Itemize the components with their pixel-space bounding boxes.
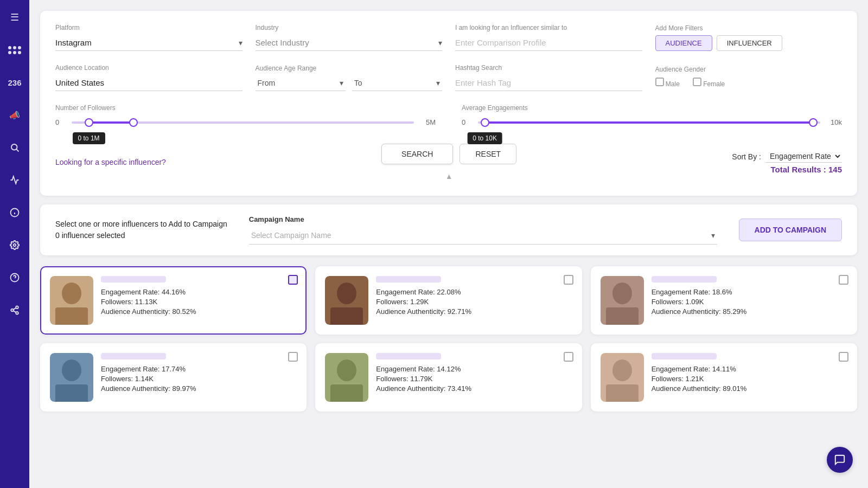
campaign-name-select[interactable]: Select Campaign Name: [249, 227, 717, 245]
engagements-track[interactable]: 0 to 10K: [478, 121, 820, 124]
info-icon[interactable]: [6, 204, 23, 221]
hashtag-input[interactable]: [455, 75, 642, 91]
svg-rect-30: [606, 384, 639, 402]
svg-line-1: [16, 149, 18, 151]
share-icon[interactable]: [6, 301, 23, 319]
influencer-name-blurred: [376, 353, 441, 359]
influencer-checkbox[interactable]: [288, 352, 298, 362]
influencer-info: Engagement Rate: 18.6% Followers: 1.09K …: [652, 276, 847, 317]
platform-select[interactable]: Instagram: [55, 35, 242, 51]
gear-icon[interactable]: [6, 236, 23, 254]
svg-point-0: [11, 144, 17, 150]
influencer-engagement: Engagement Rate: 17.74%: [101, 365, 297, 373]
help-icon[interactable]: [6, 269, 23, 286]
search-button[interactable]: SEARCH: [381, 144, 453, 164]
influencer-checkbox[interactable]: [839, 352, 848, 362]
menu-icon[interactable]: ☰: [6, 9, 23, 26]
results-grid: Engagement Rate: 44.16% Followers: 11.13…: [40, 266, 857, 412]
influencer-card[interactable]: Engagement Rate: 14.11% Followers: 1.21K…: [591, 343, 857, 412]
followers-max-label: 5M: [419, 118, 436, 126]
influencer-name-blurred: [376, 276, 441, 282]
influencer-card[interactable]: Engagement Rate: 18.6% Followers: 1.09K …: [591, 266, 857, 335]
male-checkbox[interactable]: [655, 78, 664, 86]
followers-thumb-right[interactable]: [129, 118, 138, 127]
search-icon[interactable]: [6, 139, 23, 156]
engagements-thumb-left[interactable]: 0 to 10K: [481, 118, 489, 127]
influencer-filter-btn[interactable]: INFLUENCER: [717, 35, 782, 51]
influencer-followers: Followers: 1.21K: [652, 375, 847, 383]
followers-tooltip: 0 to 1M: [73, 132, 105, 144]
influencer-engagement: Engagement Rate: 18.6%: [652, 288, 847, 296]
gender-label: Audience Gender: [655, 66, 843, 73]
influencer-authenticity: Audience Authenticity: 85.29%: [652, 307, 847, 316]
svg-point-5: [14, 244, 16, 247]
svg-point-26: [337, 359, 356, 381]
audience-filter-btn[interactable]: AUDIENCE: [655, 35, 712, 51]
followers-slider-group: Number of Followers 0 0 to 1M 5M: [55, 104, 436, 126]
add-filters-section: Add More Filters AUDIENCE INFLUENCER: [655, 24, 843, 51]
chart-icon[interactable]: [6, 171, 23, 189]
svg-point-8: [16, 306, 18, 309]
campaign-name-section: Campaign Name Select Campaign Name: [249, 215, 717, 245]
influencer-avatar: [50, 353, 93, 402]
influencer-followers: Followers: 11.79K: [376, 375, 572, 383]
gender-filter: Audience Gender Male Female: [655, 66, 843, 91]
influencer-engagement: Engagement Rate: 44.16%: [101, 288, 297, 296]
influencer-engagement: Engagement Rate: 14.12%: [376, 365, 572, 373]
comparison-filter: I am looking for an Influencer similar t…: [455, 24, 642, 51]
svg-rect-24: [55, 384, 88, 402]
chat-bubble[interactable]: [827, 447, 853, 473]
campaign-select-info: Select one or more influencers to Add to…: [55, 219, 227, 241]
influencer-card[interactable]: Engagement Rate: 22.08% Followers: 1.29K…: [315, 266, 582, 335]
industry-filter: Industry Select Industry: [256, 24, 443, 51]
gender-male-option[interactable]: Male: [655, 78, 680, 88]
megaphone-icon[interactable]: 📣: [6, 106, 23, 124]
female-checkbox[interactable]: [693, 78, 701, 86]
reset-button[interactable]: RESET: [459, 144, 516, 164]
sidebar: ☰ 236 📣: [0, 0, 29, 488]
influencer-checkbox[interactable]: [564, 275, 573, 285]
age-range-label: Audience Age Range: [256, 65, 443, 72]
influencer-card[interactable]: Engagement Rate: 17.74% Followers: 1.14K…: [40, 343, 307, 412]
influencer-followers: Followers: 11.13K: [101, 298, 297, 306]
age-from-select[interactable]: From: [256, 75, 346, 91]
influencer-name-blurred: [101, 276, 166, 282]
influencer-name-blurred: [652, 276, 717, 282]
svg-line-11: [13, 311, 16, 312]
total-results: Total Results : 145: [771, 165, 842, 174]
audience-location-label: Audience Location: [55, 64, 242, 72]
influencer-avatar: [325, 353, 368, 402]
influencer-checkbox[interactable]: [839, 275, 848, 285]
platform-label: Platform: [55, 24, 242, 31]
engagements-thumb-right[interactable]: [809, 118, 818, 127]
add-to-campaign-button[interactable]: ADD TO CAMPAIGN: [739, 219, 842, 241]
influencer-authenticity: Audience Authenticity: 89.01%: [652, 384, 847, 393]
followers-track[interactable]: 0 to 1M: [72, 121, 414, 124]
engagements-tooltip: 0 to 10K: [467, 132, 502, 144]
influencer-checkbox[interactable]: [288, 275, 298, 285]
influencer-avatar: [325, 276, 368, 325]
industry-select[interactable]: Select Industry: [256, 35, 443, 51]
influencer-card[interactable]: Engagement Rate: 44.16% Followers: 11.13…: [40, 266, 307, 335]
influencer-authenticity: Audience Authenticity: 80.52%: [101, 307, 297, 316]
comparison-input[interactable]: [455, 35, 642, 51]
gender-female-option[interactable]: Female: [693, 78, 725, 88]
campaign-select-text: Select one or more influencers to Add to…: [55, 219, 227, 230]
dots-icon: [6, 41, 23, 59]
influencer-followers: Followers: 1.09K: [652, 298, 847, 306]
collapse-arrow[interactable]: ▲: [445, 172, 453, 181]
svg-rect-27: [330, 384, 363, 402]
age-to-select[interactable]: To: [352, 75, 442, 91]
age-from-chevron: [340, 79, 343, 87]
svg-point-10: [16, 312, 18, 314]
influencer-authenticity: Audience Authenticity: 92.71%: [376, 307, 572, 316]
main-content: Platform Instagram Industry Select Indus…: [29, 0, 868, 488]
influencer-card[interactable]: Engagement Rate: 14.12% Followers: 11.79…: [315, 343, 582, 412]
followers-thumb-left[interactable]: 0 to 1M: [85, 118, 93, 127]
svg-rect-21: [606, 307, 639, 325]
sort-select[interactable]: Engagement Rate: [765, 150, 842, 163]
specific-influencer-link[interactable]: Looking for a specific influencer?: [55, 158, 166, 166]
svg-rect-18: [330, 307, 363, 325]
svg-point-14: [62, 282, 81, 304]
influencer-checkbox[interactable]: [564, 352, 573, 362]
